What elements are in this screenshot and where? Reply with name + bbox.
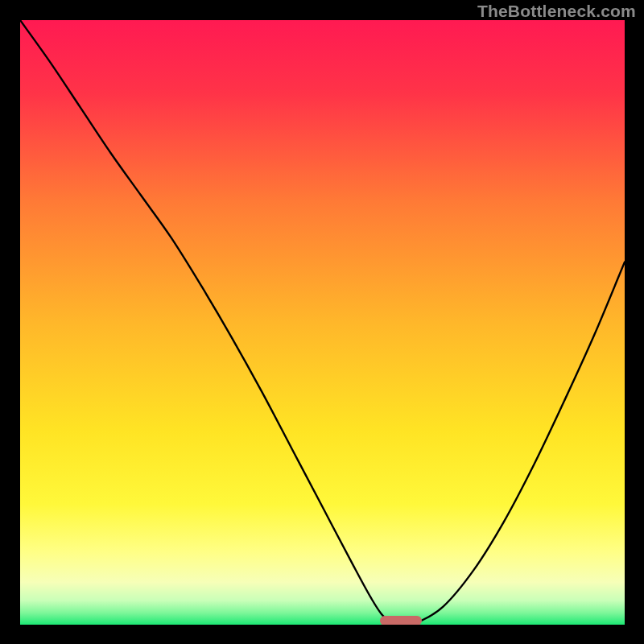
optimal-range-marker: [380, 616, 423, 625]
plot-area: [20, 20, 625, 625]
watermark-text: TheBottleneck.com: [477, 2, 636, 21]
bottleneck-curve: [20, 20, 625, 625]
chart-frame: TheBottleneck.com: [0, 0, 644, 644]
